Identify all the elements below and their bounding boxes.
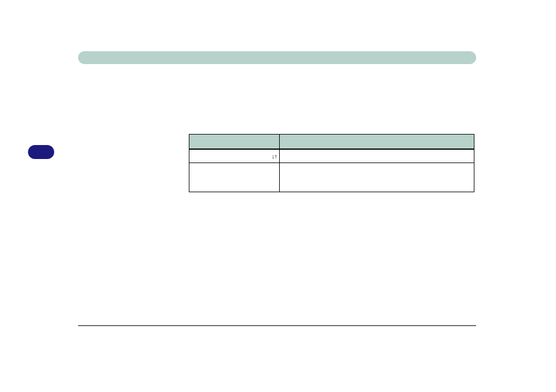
up-down-arrows-icon: ↓↑ bbox=[272, 153, 277, 160]
table-cell bbox=[280, 149, 474, 163]
page: ↓↑ bbox=[0, 0, 556, 392]
settings-table: ↓↑ bbox=[189, 134, 474, 192]
horizontal-divider bbox=[78, 325, 476, 326]
table-row bbox=[189, 163, 474, 192]
table-header-col2 bbox=[280, 135, 474, 149]
table-cell bbox=[280, 163, 474, 192]
table-cell-arrows: ↓↑ bbox=[189, 149, 280, 163]
margin-callout-pill bbox=[28, 145, 54, 159]
table-header-col1 bbox=[189, 135, 280, 149]
table-cell bbox=[189, 163, 280, 192]
table-header-row bbox=[189, 135, 474, 149]
table-row: ↓↑ bbox=[189, 149, 474, 163]
section-title-bar bbox=[78, 51, 476, 64]
